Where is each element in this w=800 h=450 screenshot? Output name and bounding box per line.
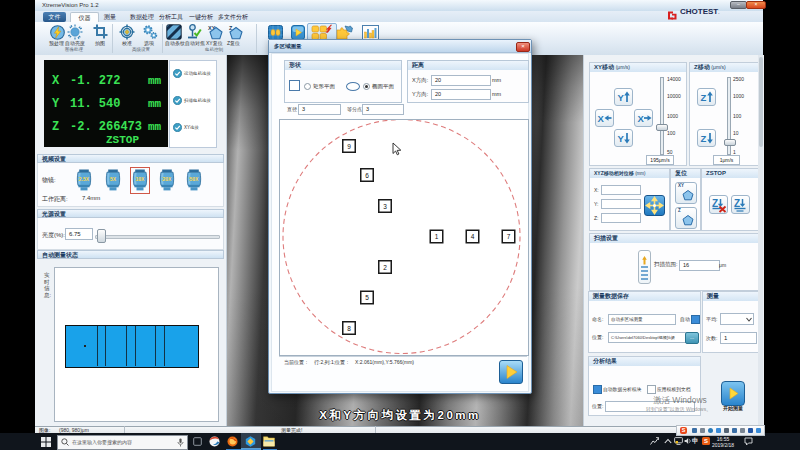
svg-text:9: 9	[347, 143, 351, 150]
svg-text:Y: Y	[617, 133, 624, 144]
svg-text:20X: 20X	[163, 176, 173, 182]
svg-text:6: 6	[365, 172, 369, 179]
svg-text:Z: Z	[734, 198, 740, 209]
svg-text:8: 8	[347, 325, 351, 332]
svg-text:4: 4	[471, 233, 475, 240]
svg-text:X: X	[597, 113, 604, 124]
svg-text:50X: 50X	[190, 176, 200, 182]
svg-text:5X: 5X	[110, 176, 117, 182]
svg-text:5: 5	[365, 294, 369, 301]
svg-text:Z: Z	[700, 92, 706, 103]
svg-text:7: 7	[507, 233, 511, 240]
svg-text:3: 3	[383, 203, 387, 210]
svg-text:Z: Z	[712, 198, 718, 209]
svg-text:2: 2	[383, 264, 387, 271]
svg-text:X: X	[638, 113, 645, 124]
svg-text:Z: Z	[700, 133, 706, 144]
svg-text:1: 1	[435, 233, 439, 240]
svg-text:Y: Y	[617, 92, 624, 103]
svg-text:10X: 10X	[136, 176, 146, 182]
svg-text:2.5X: 2.5X	[79, 176, 90, 182]
